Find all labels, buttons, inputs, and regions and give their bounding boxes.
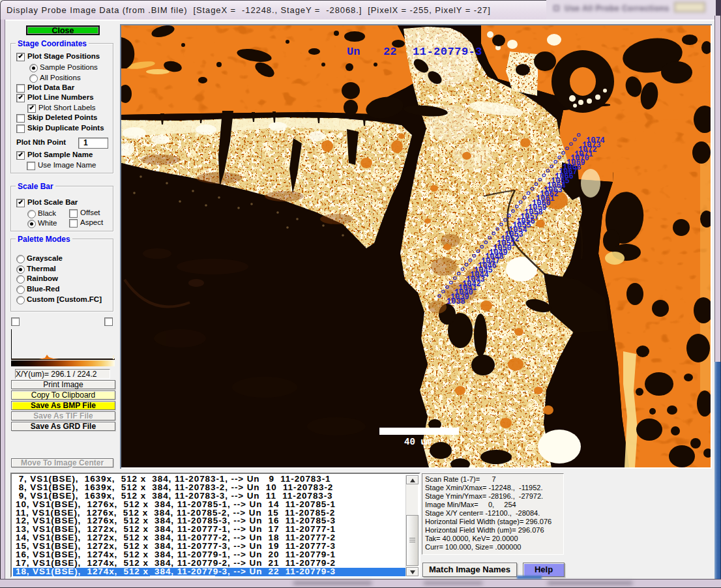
svg-text:Un: Un (347, 46, 360, 58)
svg-text:1074: 1074 (586, 136, 605, 145)
svg-text:40 um: 40 um (404, 437, 432, 447)
svg-text:11-20779-3: 11-20779-3 (413, 46, 482, 58)
svg-text:22: 22 (383, 46, 396, 58)
